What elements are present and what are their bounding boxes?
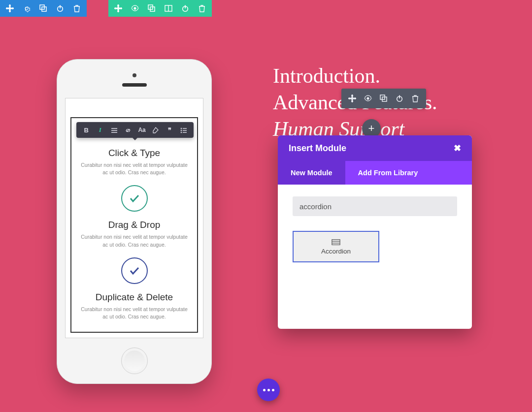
italic-button[interactable]: I	[95, 126, 105, 134]
dot-icon	[272, 389, 274, 391]
link-button[interactable]	[123, 126, 133, 134]
list-button[interactable]	[179, 126, 189, 134]
align-button[interactable]	[109, 126, 119, 134]
blurb-module[interactable]: Click & Type Curabitur non nisi nec veli…	[70, 117, 198, 333]
quote-button[interactable]: ❞	[165, 127, 175, 134]
move-icon[interactable]	[348, 95, 356, 102]
bold-button[interactable]: B	[81, 127, 91, 134]
power-icon[interactable]	[396, 95, 403, 102]
trash-icon[interactable]	[198, 4, 206, 12]
duplicate-icon[interactable]	[39, 4, 47, 12]
headline-line-1: Introduction.	[273, 63, 437, 90]
modal-body: Accordion	[278, 185, 472, 274]
duplicate-icon[interactable]	[148, 4, 156, 12]
svg-point-19	[181, 128, 182, 129]
phone-mockup: Click & Type Curabitur non nisi nec veli…	[57, 59, 212, 384]
insert-module-modal: Insert Module ✖ New Module Add From Libr…	[278, 135, 472, 329]
check-icon	[121, 257, 148, 284]
gear-icon[interactable]	[23, 4, 31, 12]
page-settings-fab[interactable]	[257, 379, 280, 401]
module-search-input[interactable]	[293, 196, 457, 216]
module-toolbar	[341, 89, 426, 108]
module-item-label: Accordion	[321, 248, 351, 255]
svg-point-20	[181, 130, 182, 131]
paint-button[interactable]	[151, 126, 161, 134]
gear-icon[interactable]	[364, 95, 372, 102]
blurb-title-3: Duplicate & Delete	[80, 292, 188, 303]
svg-point-4	[134, 7, 136, 9]
tab-new-module[interactable]: New Module	[278, 161, 345, 185]
section-toolbar	[0, 0, 87, 17]
blurb-title-1[interactable]: Click & Type	[80, 148, 188, 158]
trash-icon[interactable]	[73, 4, 81, 12]
row-toolbar	[108, 0, 212, 17]
svg-rect-25	[332, 239, 340, 245]
modal-tabs: New Module Add From Library	[278, 161, 472, 185]
dot-icon	[267, 389, 270, 391]
power-icon[interactable]	[56, 4, 64, 12]
check-icon	[121, 185, 148, 212]
move-icon[interactable]	[114, 4, 122, 12]
move-icon[interactable]	[6, 4, 14, 12]
close-icon[interactable]: ✖	[454, 143, 461, 154]
blurb-desc-3: Curabitur non nisi nec velit at tempor v…	[80, 306, 188, 320]
text-editor-toolbar: B I Aa ❞	[76, 122, 194, 138]
module-item-accordion[interactable]: Accordion	[293, 231, 379, 262]
blurb-title-2: Drag & Drop	[80, 220, 188, 230]
phone-home-button	[121, 348, 148, 374]
plus-icon: +	[368, 123, 375, 134]
blurb-desc-2: Curabitur non nisi nec velit at tempor v…	[80, 233, 188, 248]
blurb-desc-1: Curabitur non nisi nec velit at tempor v…	[80, 161, 188, 176]
gear-icon[interactable]	[131, 4, 139, 12]
modal-title: Insert Module	[289, 143, 346, 154]
phone-screen: Click & Type Curabitur non nisi nec veli…	[65, 98, 203, 338]
columns-icon[interactable]	[165, 4, 172, 12]
svg-point-11	[367, 97, 369, 99]
font-button[interactable]: Aa	[137, 127, 147, 133]
duplicate-icon[interactable]	[380, 95, 388, 102]
power-icon[interactable]	[181, 4, 189, 12]
accordion-icon	[332, 239, 340, 246]
svg-point-21	[181, 132, 182, 133]
trash-icon[interactable]	[411, 95, 419, 102]
dot-icon	[263, 389, 266, 391]
tab-add-from-library[interactable]: Add From Library	[345, 161, 431, 185]
modal-header[interactable]: Insert Module ✖	[278, 135, 472, 161]
